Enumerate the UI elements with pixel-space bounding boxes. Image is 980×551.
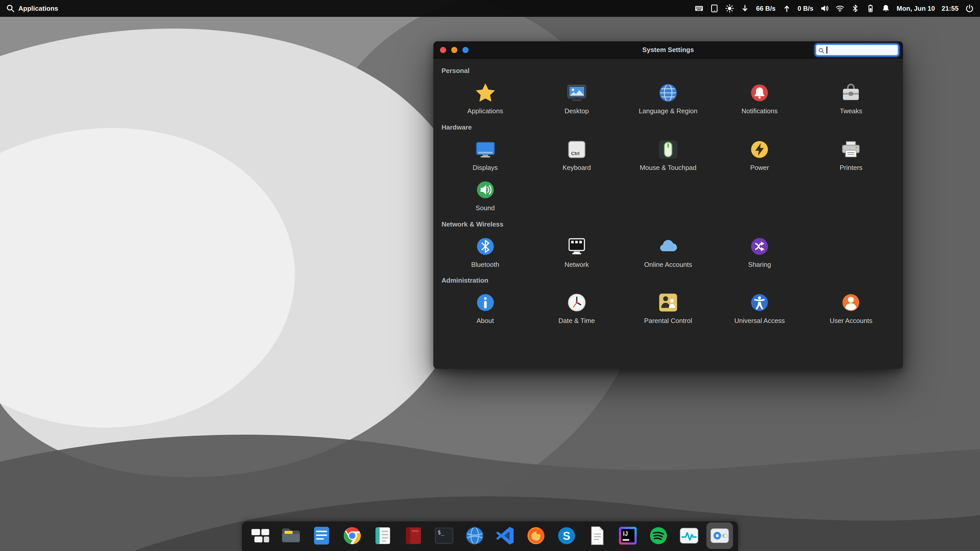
dock-item-multitasking[interactable] (249, 524, 272, 547)
section-title-hardware: Hardware (442, 123, 895, 131)
spotify-icon (648, 525, 669, 546)
svg-text:IJ: IJ (623, 530, 628, 537)
dock-item-system-settings[interactable] (708, 524, 731, 547)
settings-item-displays[interactable]: Displays (439, 138, 531, 171)
settings-item-label: Notifications (741, 107, 778, 115)
settings-item-sound[interactable]: Sound (439, 179, 531, 212)
dock-item-documents[interactable] (586, 524, 608, 547)
document-icon (587, 525, 608, 546)
dock-item-vscode[interactable] (494, 524, 517, 547)
settings-item-label: Displays (473, 164, 498, 171)
keyboard-icon: Ctrl (566, 138, 588, 160)
svg-text:S: S (563, 530, 570, 542)
settings-item-desktop[interactable]: Desktop (531, 82, 622, 115)
dock-item-web-browser[interactable] (463, 524, 486, 547)
notifications-bell-icon[interactable] (881, 4, 890, 13)
settings-search[interactable] (815, 43, 899, 57)
dock-item-skype[interactable]: S (555, 524, 578, 547)
settings-item-language-region[interactable]: Language & Region (622, 82, 714, 115)
bluetooth-status-icon[interactable] (851, 4, 859, 13)
dock-item-chrome[interactable] (341, 524, 363, 547)
settings-item-about[interactable]: About (439, 292, 531, 325)
settings-item-label: Parental Control (644, 317, 692, 325)
settings-item-applications[interactable]: Applications (439, 82, 531, 115)
settings-item-universal-access[interactable]: Universal Access (714, 292, 805, 325)
power-icon (748, 138, 771, 160)
notes-icon (372, 525, 393, 546)
tweaks-icon (840, 82, 862, 104)
settings-item-power[interactable]: Power (714, 138, 805, 171)
settings-item-label: Applications (467, 107, 503, 115)
settings-search-input[interactable] (829, 46, 896, 54)
dock-item-system-monitor[interactable] (678, 524, 700, 547)
minimize-button[interactable] (451, 47, 457, 53)
battery-icon[interactable] (866, 4, 875, 13)
window-controls (433, 47, 469, 53)
settings-item-online-accounts[interactable]: Online Accounts (622, 235, 714, 268)
keyboard-layout-icon[interactable] (695, 4, 703, 13)
upload-arrow-icon[interactable] (782, 4, 791, 13)
terminal-icon: $_ (433, 525, 455, 546)
applications-menu[interactable]: Applications (6, 0, 58, 17)
dock: $_SIJ (242, 521, 738, 551)
settings-item-label: Printers (840, 164, 862, 171)
dock-item-ebook[interactable] (402, 524, 425, 547)
wifi-icon[interactable] (835, 4, 844, 13)
dock-item-intellij[interactable]: IJ (617, 524, 639, 547)
applications-label: Applications (18, 5, 58, 12)
settings-item-label: Online Accounts (644, 261, 692, 268)
text-caret (826, 46, 827, 54)
dock-item-terminal[interactable]: $_ (433, 524, 455, 547)
dock-item-code[interactable] (310, 524, 333, 547)
dock-item-notes[interactable] (372, 524, 394, 547)
dock-item-firefox[interactable] (525, 524, 547, 547)
intellij-icon: IJ (617, 525, 638, 546)
settings-item-label: Universal Access (734, 317, 785, 325)
session-power-icon[interactable] (965, 4, 974, 13)
parental-control-icon (657, 292, 679, 314)
settings-item-label: Sharing (748, 261, 771, 268)
settings-item-printers[interactable]: Printers (805, 138, 897, 171)
settings-item-sharing[interactable]: Sharing (714, 235, 805, 268)
net-down-speed: 66 B/s (756, 5, 776, 12)
section-title-network-wireless: Network & Wireless (442, 221, 895, 228)
net-up-speed: 0 B/s (797, 5, 813, 12)
settings-item-bluetooth[interactable]: Bluetooth (439, 235, 531, 268)
section-title-personal: Personal (442, 67, 895, 75)
settings-item-label: Bluetooth (471, 261, 499, 268)
volume-icon[interactable] (820, 4, 829, 13)
settings-item-label: Network (565, 261, 589, 268)
universal-access-icon (748, 292, 771, 314)
dock-item-files[interactable] (280, 524, 302, 547)
settings-grid-network-wireless: BluetoothNetworkOnline AccountsSharing (439, 235, 897, 268)
maximize-button[interactable] (463, 47, 469, 53)
settings-item-label: Keyboard (563, 164, 591, 171)
dock-item-spotify[interactable] (647, 524, 670, 547)
titlebar[interactable]: System Settings (433, 41, 903, 59)
settings-item-date-time[interactable]: Date & Time (531, 292, 622, 325)
applications-star-icon (474, 82, 496, 104)
settings-item-label: Tweaks (840, 107, 862, 115)
web-browser-icon (464, 525, 485, 546)
screen-mirror-icon[interactable] (710, 4, 719, 13)
settings-item-notifications[interactable]: Notifications (714, 82, 805, 115)
settings-grid-administration: AboutDate & TimeParental ControlUniversa… (439, 292, 897, 325)
settings-item-user-accounts[interactable]: User Accounts (805, 292, 897, 325)
settings-item-mouse-touchpad[interactable]: Mouse & Touchpad (622, 138, 714, 171)
close-button[interactable] (440, 47, 446, 53)
about-icon (474, 292, 496, 314)
settings-content: PersonalApplicationsDesktopLanguage & Re… (433, 59, 903, 369)
settings-item-keyboard[interactable]: CtrlKeyboard (531, 138, 622, 171)
online-accounts-icon (657, 235, 679, 258)
search-icon (818, 47, 825, 53)
brightness-icon[interactable] (725, 4, 734, 13)
files-icon (280, 525, 302, 546)
user-accounts-icon (840, 292, 862, 314)
settings-grid-personal: ApplicationsDesktopLanguage & RegionNoti… (439, 82, 897, 115)
download-arrow-icon[interactable] (741, 4, 749, 13)
desktop: Applications 66 B/s0 B/sMon, Jun 1021:55… (0, 0, 980, 551)
settings-item-label: About (476, 317, 494, 325)
settings-item-parental-control[interactable]: Parental Control (622, 292, 714, 325)
settings-item-network[interactable]: Network (531, 235, 622, 268)
settings-item-tweaks[interactable]: Tweaks (805, 82, 897, 115)
